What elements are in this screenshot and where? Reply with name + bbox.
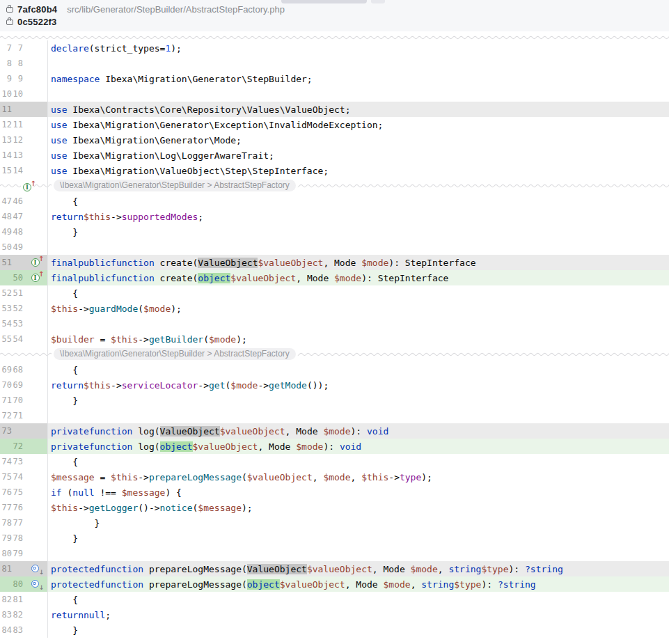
code-line[interactable]: 7170 } bbox=[0, 393, 669, 408]
new-line-number: 80 bbox=[12, 579, 23, 589]
code-line[interactable]: 8281 { bbox=[0, 592, 669, 607]
code-text bbox=[47, 56, 669, 71]
code-line[interactable]: 5251 { bbox=[0, 285, 669, 301]
code-text: { bbox=[47, 454, 669, 469]
new-line-number: 46 bbox=[12, 196, 23, 206]
code-line[interactable]: 50I↑ final public function create(object… bbox=[0, 270, 669, 285]
code-line[interactable]: 1211use Ibexa\Migration\Generator\Except… bbox=[0, 117, 669, 132]
code-line[interactable]: 1413use Ibexa\Migration\Log\LoggerAwareT… bbox=[0, 148, 669, 163]
code-text: return $this->serviceLocator->get($mode-… bbox=[47, 377, 669, 393]
code-line[interactable]: 7574 $message = $this->prepareLogMessage… bbox=[0, 469, 669, 485]
code-line[interactable]: 1514use Ibexa\Migration\ValueObject\Step… bbox=[0, 163, 669, 178]
gutter: 1211 bbox=[0, 117, 47, 132]
code-line[interactable]: 5352 $this->guardMode($mode); bbox=[0, 301, 669, 316]
code-line[interactable]: 4746 { bbox=[0, 194, 669, 209]
up-arrow-icon: ↑ bbox=[31, 180, 36, 187]
code-text bbox=[47, 239, 669, 255]
code-text: $this->getLogger()->notice($message); bbox=[47, 500, 669, 515]
gutter: 7170 bbox=[0, 393, 47, 408]
code-line[interactable]: 72 private function log(object $valueObj… bbox=[0, 439, 669, 454]
code-line[interactable]: 7069 return $this->serviceLocator->get($… bbox=[0, 377, 669, 393]
code-line[interactable]: 88 bbox=[0, 56, 669, 71]
code-line[interactable]: 11use Ibexa\Contracts\Core\Repository\Va… bbox=[0, 102, 669, 117]
new-line-number: 54 bbox=[12, 334, 23, 344]
code-line[interactable]: 73 private function log(ValueObject $val… bbox=[0, 423, 669, 439]
code-line[interactable]: 7877 } bbox=[0, 515, 669, 531]
code-line[interactable]: 8382 return null; bbox=[0, 607, 669, 622]
code-line[interactable]: 8079 bbox=[0, 546, 669, 561]
code-line[interactable]: 1010 bbox=[0, 86, 669, 102]
code-line[interactable]: 80↓ protected function prepareLogMessage… bbox=[0, 576, 669, 592]
implements-method-icon[interactable]: I↑ bbox=[31, 274, 40, 282]
old-line-number: 15 bbox=[0, 166, 12, 175]
code-line[interactable]: 7675 if (null !== $message) { bbox=[0, 485, 669, 500]
cutoff-tab bbox=[281, 0, 367, 3]
new-line-number: 11 bbox=[12, 120, 23, 129]
code-line[interactable]: 4948 } bbox=[0, 224, 669, 239]
new-line-number: 51 bbox=[12, 288, 23, 298]
gutter: 51I↑ bbox=[0, 255, 47, 270]
new-line-number: 13 bbox=[12, 150, 23, 160]
code-line[interactable]: 7978 } bbox=[0, 531, 669, 546]
old-line-number: 51 bbox=[0, 258, 12, 267]
commit-hash-after[interactable]: 0c5522f3 bbox=[17, 17, 57, 27]
old-line-number: 11 bbox=[0, 104, 12, 114]
lock-icon bbox=[6, 19, 13, 25]
gutter: 6968 bbox=[0, 362, 47, 377]
gutter: 8281 bbox=[0, 592, 47, 607]
gutter-border bbox=[47, 178, 48, 194]
old-line-number: 7 bbox=[0, 43, 12, 53]
commit-hash-before[interactable]: 7afc80b4 bbox=[17, 4, 57, 15]
implements-method-icon[interactable]: I↑ bbox=[23, 183, 31, 191]
old-line-number: 83 bbox=[0, 610, 12, 620]
new-line-number: 71 bbox=[12, 411, 23, 421]
old-line-number: 55 bbox=[0, 334, 12, 344]
old-line-number: 71 bbox=[0, 395, 12, 405]
override-circle-icon bbox=[31, 565, 39, 572]
gutter: 80↓ bbox=[0, 576, 47, 592]
code-line[interactable]: 8483 } bbox=[0, 622, 669, 638]
code-line[interactable]: 5049 bbox=[0, 239, 669, 255]
overridden-method-icon[interactable]: ↓ bbox=[31, 565, 40, 573]
code-line[interactable]: 5453 bbox=[0, 316, 669, 331]
old-line-number: 79 bbox=[0, 533, 12, 543]
code-line[interactable]: 5554 $builder = $this->getBuilder($mode)… bbox=[0, 331, 669, 347]
code-line[interactable]: 7473 { bbox=[0, 454, 669, 469]
overridden-method-icon[interactable]: ↓ bbox=[31, 580, 40, 588]
old-line-number: 54 bbox=[0, 319, 12, 329]
gutter: 1514 bbox=[0, 163, 47, 178]
collapsed-region-label: \Ibexa\Migration\Generator\StepBuilder >… bbox=[54, 348, 296, 360]
collapsed-region-separator[interactable]: \Ibexa\Migration\Generator\StepBuilder >… bbox=[0, 347, 669, 362]
gutter: 11 bbox=[0, 102, 47, 117]
lock-icon bbox=[6, 7, 13, 13]
collapsed-region-separator[interactable]: I↑\Ibexa\Migration\Generator\StepBuilder… bbox=[0, 178, 669, 194]
code-line[interactable]: 99namespace Ibexa\Migration\Generator\St… bbox=[0, 71, 669, 86]
gutter: 4948 bbox=[0, 224, 47, 239]
old-line-number: 52 bbox=[0, 288, 12, 298]
code-text: final public function create(ValueObject… bbox=[47, 255, 669, 270]
gutter: 7271 bbox=[0, 408, 47, 423]
new-line-number: 69 bbox=[12, 380, 23, 390]
new-line-number: 83 bbox=[12, 625, 23, 635]
new-line-number: 52 bbox=[12, 304, 23, 313]
code-line[interactable]: 7776 $this->getLogger()->notice($message… bbox=[0, 500, 669, 515]
code-line[interactable]: 81↓ protected function prepareLogMessage… bbox=[0, 561, 669, 576]
gutter: 8079 bbox=[0, 546, 47, 561]
old-line-number: 8 bbox=[0, 58, 12, 68]
gutter: 7675 bbox=[0, 485, 47, 500]
code-line[interactable]: 7271 bbox=[0, 408, 669, 423]
code-line[interactable]: 1312use Ibexa\Migration\Generator\Mode; bbox=[0, 132, 669, 148]
implements-method-icon[interactable]: I↑ bbox=[31, 258, 40, 267]
new-line-number: 9 bbox=[12, 74, 23, 84]
code-line[interactable]: 4847 return $this->supportedModes; bbox=[0, 209, 669, 224]
code-line[interactable]: 6968 { bbox=[0, 362, 669, 377]
gutter: 7069 bbox=[0, 377, 47, 393]
collapsed-region-label: \Ibexa\Migration\Generator\StepBuilder >… bbox=[54, 180, 296, 191]
gutter: 5554 bbox=[0, 331, 47, 347]
gutter: 7877 bbox=[0, 515, 47, 531]
code-text: return $this->supportedModes; bbox=[47, 209, 669, 224]
code-line[interactable]: 77declare(strict_types=1); bbox=[0, 40, 669, 56]
code-line[interactable]: 51I↑ final public function create(ValueO… bbox=[0, 255, 669, 270]
old-line-number: 78 bbox=[0, 518, 12, 528]
code-text: } bbox=[47, 224, 669, 239]
